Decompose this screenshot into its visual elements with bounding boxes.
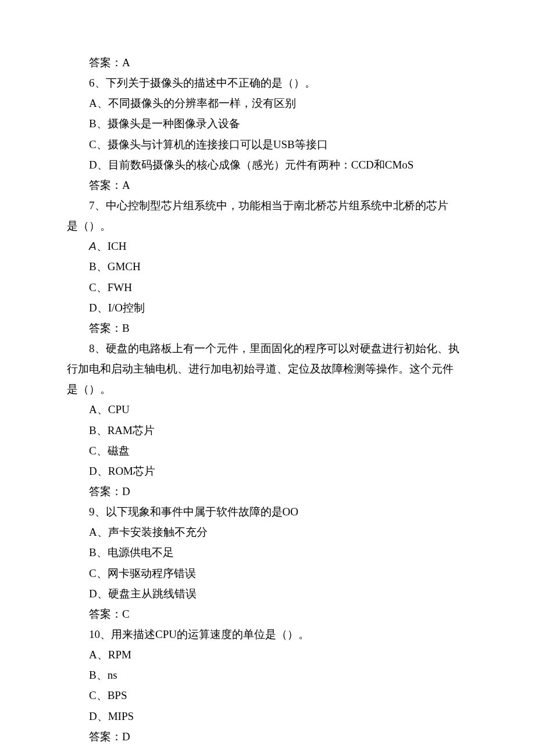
text-line: A、不同摄像头的分辨率都一样，没有区别 [67, 93, 468, 113]
text-line: 答案：A [67, 175, 468, 195]
text-line: C、磁盘 [67, 440, 468, 461]
text-line: B、电源供电不足 [67, 542, 468, 562]
text-line: B、摄像头是一种图像录入设备 [67, 113, 468, 134]
text-line: C、FWH [67, 277, 468, 298]
option-letter: A [89, 240, 97, 252]
document-page: 答案：A6、下列关于摄像头的描述中不正确的是（）。A、不同摄像头的分辨率都一样，… [0, 0, 535, 756]
text-line: A、ICH [67, 236, 468, 256]
text-line: C、摄像头与计算机的连接接口可以是USB等接口 [67, 134, 468, 155]
text-line: B、GMCH [67, 256, 468, 277]
line-text: 、ICH [97, 240, 127, 252]
text-line: 行加电和启动主轴电机、进行加电初始寻道、定位及故障检测等操作。这个元件 [67, 359, 468, 379]
text-line: 是（）。 [67, 379, 468, 399]
text-line: C、网卡驱动程序错误 [67, 563, 468, 583]
text-line: 答案：C [67, 604, 468, 624]
text-line: 是（）。 [67, 216, 468, 236]
text-line: 答案：B [67, 318, 468, 338]
text-line: C、BPS [67, 685, 468, 705]
text-line: 7、中心控制型芯片组系统中，功能相当于南北桥芯片组系统中北桥的芯片 [67, 195, 468, 216]
text-line: B、ns [67, 665, 468, 685]
text-line: D、ROM芯片 [67, 461, 468, 481]
text-line: 8、硬盘的电路板上有一个元件，里面固化的程序可以对硬盘进行初始化、执 [67, 338, 468, 359]
text-line: 6、下列关于摄像头的描述中不正确的是（）。 [67, 73, 468, 93]
text-line: A、CPU [67, 399, 468, 420]
text-line: 9、以下现象和事件中属于软件故障的是OO [67, 501, 468, 522]
text-line: 答案：D [67, 726, 468, 747]
text-line: B、RAM芯片 [67, 420, 468, 440]
text-line: 答案：D [67, 481, 468, 501]
text-line: D、I/O控制 [67, 298, 468, 318]
text-line: 答案：A [67, 52, 468, 73]
text-line: 10、用来描述CPU的运算速度的单位是（）。 [67, 624, 468, 644]
text-line: D、MIPS [67, 706, 468, 726]
text-line: D、硬盘主从跳线错误 [67, 583, 468, 604]
text-line: D、目前数码摄像头的核心成像（感光）元件有两种：CCD和CMoS [67, 155, 468, 175]
text-line: A、声卡安装接触不充分 [67, 522, 468, 542]
text-line: A、RPM [67, 644, 468, 665]
